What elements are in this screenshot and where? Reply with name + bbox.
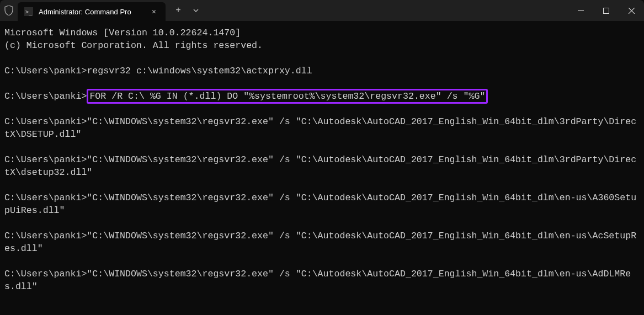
output-line: C:\Users\panki>"C:\WINDOWS\system32\regs… [4,269,631,292]
shield-icon [4,6,13,15]
maximize-button[interactable] [593,0,619,21]
cmd-icon: >_ [24,7,33,16]
output-line: C:\Users\panki>"C:\WINDOWS\system32\regs… [4,231,636,254]
terminal-output[interactable]: Microsoft Windows [Version 10.0.22624.14… [0,21,644,298]
close-window-button[interactable] [619,0,644,21]
tab-dropdown-icon[interactable] [191,6,201,15]
tab-command-prompt[interactable]: >_ Administrator: Command Pro ✕ [18,2,166,21]
close-tab-icon[interactable]: ✕ [149,7,159,17]
output-line: C:\Users\panki>"C:\WINDOWS\system32\regs… [4,154,636,178]
highlighted-command: FOR /R C:\ %G IN (*.dll) DO "%systemroot… [87,89,488,104]
titlebar: >_ Administrator: Command Pro ✕ + [0,0,644,21]
tab-title: Administrator: Command Pro [39,8,143,16]
prompt: C:\Users\panki> [4,91,87,102]
copyright-line: (c) Microsoft Corporation. All rights re… [4,40,263,51]
output-line: C:\Users\panki>"C:\WINDOWS\system32\regs… [4,116,636,140]
version-line: Microsoft Windows [Version 10.0.22624.14… [4,28,241,38]
new-tab-button[interactable]: + [173,6,183,15]
command-text: regsvr32 c:\windows\system32\actxprxy.dl… [87,66,312,76]
output-line: C:\Users\panki>"C:\WINDOWS\system32\regs… [4,193,636,216]
svg-rect-1 [603,8,609,13]
prompt: C:\Users\panki> [4,66,87,76]
minimize-button[interactable] [568,0,593,21]
window-controls [568,0,644,21]
svg-rect-0 [578,10,584,11]
